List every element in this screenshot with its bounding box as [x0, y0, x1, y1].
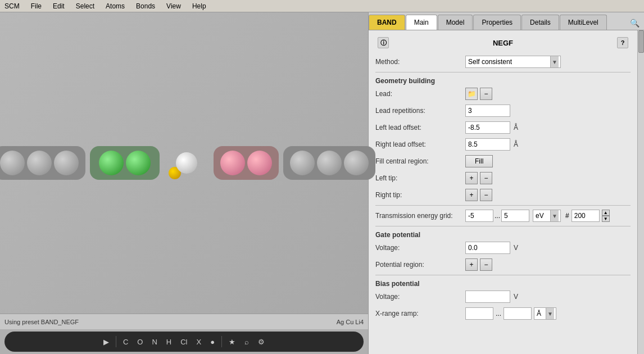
right-tip-plus-btn[interactable]: + [465, 189, 478, 201]
toolbar-dot[interactable]: ● [208, 337, 217, 347]
bias-voltage-unit: V [514, 293, 518, 301]
fill-btn[interactable]: Fill [465, 155, 493, 167]
transmission-count-input[interactable] [572, 210, 600, 222]
potential-region-minus-btn[interactable]: − [480, 258, 492, 271]
help-icon-btn[interactable]: ? [617, 37, 628, 48]
x-range-input-2[interactable] [504, 307, 532, 320]
menu-scm[interactable]: SCM [2, 1, 22, 11]
atom-pink-1 [220, 151, 245, 175]
fill-central-control: Fill [465, 155, 631, 167]
info-icon-btn[interactable]: ⓘ [378, 37, 389, 48]
menu-help[interactable]: Help [190, 1, 208, 11]
toolbar-sep-1 [116, 336, 116, 347]
transmission-min-input[interactable] [465, 210, 493, 222]
lead-folder-btn[interactable]: 📁 [465, 88, 478, 100]
search-icon[interactable]: 🔍 [625, 16, 644, 30]
potential-region-plus-btn[interactable]: + [465, 258, 478, 271]
menu-bonds[interactable]: Bonds [134, 1, 157, 11]
toolbar-n[interactable]: N [149, 337, 159, 347]
x-range-label: X-range ramp: [375, 310, 465, 317]
gate-voltage-input[interactable] [465, 242, 510, 254]
lead-repetitions-input[interactable] [465, 105, 510, 117]
x-range-ellipsis: ... [496, 310, 501, 317]
method-dropdown-wrapper: Self consistent ▼ [465, 56, 561, 68]
tab-band[interactable]: BAND [369, 15, 405, 30]
toolbar-cl[interactable]: Cl [178, 337, 189, 347]
method-row: Method: Self consistent ▼ [375, 55, 631, 69]
gate-voltage-row: Voltage: V [375, 241, 631, 255]
toolbar-h[interactable]: H [164, 337, 174, 347]
tab-multilevel[interactable]: MultiLevel [560, 15, 607, 30]
x-range-input-1[interactable] [465, 307, 493, 320]
tab-model[interactable]: Model [438, 15, 473, 30]
toolbar-c[interactable]: C [121, 337, 130, 347]
bias-voltage-control: V [465, 291, 631, 303]
transmission-label: Transmission energy grid: [375, 212, 465, 220]
toolbar-x[interactable]: X [194, 337, 204, 347]
toolbar-cursor[interactable]: ▶ [101, 337, 111, 347]
gate-voltage-unit: V [514, 244, 518, 252]
toolbar-settings[interactable]: ⚙ [256, 337, 267, 347]
left-tip-label: Left tip: [375, 174, 465, 182]
right-lead-offset-label: Right lead offset: [375, 140, 465, 148]
potential-region-label: Potential region: [375, 261, 465, 269]
scrollbar-thumb[interactable] [638, 30, 644, 53]
divider-2 [375, 205, 631, 206]
menu-file[interactable]: File [29, 1, 44, 11]
bias-voltage-row: Voltage: V [375, 290, 631, 303]
gate-potential-header: Gate potential [375, 231, 631, 239]
bias-voltage-input[interactable] [465, 291, 510, 303]
lead-label: Lead: [375, 90, 465, 98]
x-range-row: X-range ramp: ... Å ▼ [375, 307, 631, 320]
tab-details[interactable]: Details [521, 15, 559, 30]
lead-minus-btn[interactable]: − [480, 88, 492, 100]
toolbar-star[interactable]: ★ [226, 337, 238, 347]
left-lead-offset-input[interactable] [465, 121, 510, 134]
atom-gray-6 [344, 151, 369, 175]
atom-group-left-gray [0, 146, 85, 180]
lead-repetitions-label: Lead repetitions: [375, 107, 465, 115]
left-tip-control: + − [465, 172, 631, 184]
toolbar-sep-2 [221, 336, 222, 347]
potential-region-row: Potential region: + − [375, 258, 631, 271]
left-tip-plus-btn[interactable]: + [465, 172, 478, 184]
x-range-unit-select[interactable]: Å [534, 307, 556, 320]
menu-select[interactable]: Select [74, 1, 97, 11]
tab-main[interactable]: Main [406, 15, 437, 30]
left-tip-minus-btn[interactable]: − [480, 172, 492, 184]
method-label: Method: [375, 58, 465, 66]
right-scrollbar[interactable] [637, 30, 644, 354]
menu-view[interactable]: View [164, 1, 183, 11]
transmission-stepper[interactable]: ▲ ▼ [602, 210, 610, 222]
canvas-area [0, 12, 368, 314]
atom-group-green [90, 146, 160, 180]
x-range-unit-wrapper: Å ▼ [534, 307, 556, 320]
right-tip-minus-btn[interactable]: − [480, 189, 492, 201]
right-lead-offset-input[interactable] [465, 138, 510, 151]
menu-edit[interactable]: Edit [51, 1, 67, 11]
transmission-stepper-up[interactable]: ▲ [602, 210, 610, 216]
menu-atoms[interactable]: Atoms [103, 1, 127, 11]
geometry-section-header: Geometry building [375, 77, 631, 85]
atom-gray-5 [317, 151, 342, 175]
tab-properties[interactable]: Properties [473, 15, 521, 30]
toolbar-search[interactable]: ⌕ [242, 337, 251, 347]
toolbar-o[interactable]: O [135, 337, 145, 347]
transmission-max-input[interactable] [501, 210, 529, 222]
left-lead-offset-row: Left lead offset: Å [375, 121, 631, 134]
right-tip-row: Right tip: + − [375, 188, 631, 202]
lead-repetitions-control [465, 105, 631, 117]
left-tip-row: Left tip: + − [375, 171, 631, 185]
left-lead-offset-control: Å [465, 121, 631, 134]
transmission-unit-wrapper: eV ▼ [533, 210, 561, 222]
bias-voltage-label: Voltage: [375, 293, 465, 301]
right-tip-control: + − [465, 189, 631, 201]
transmission-stepper-down[interactable]: ▼ [602, 216, 610, 222]
potential-region-control: + − [465, 258, 631, 271]
transmission-unit-select[interactable]: eV [533, 210, 561, 222]
atom-green-2 [126, 151, 151, 175]
atom-gray-1 [0, 151, 25, 175]
gate-voltage-label: Voltage: [375, 244, 465, 252]
lead-row: Lead: 📁 − [375, 87, 631, 101]
method-select[interactable]: Self consistent [465, 56, 561, 68]
